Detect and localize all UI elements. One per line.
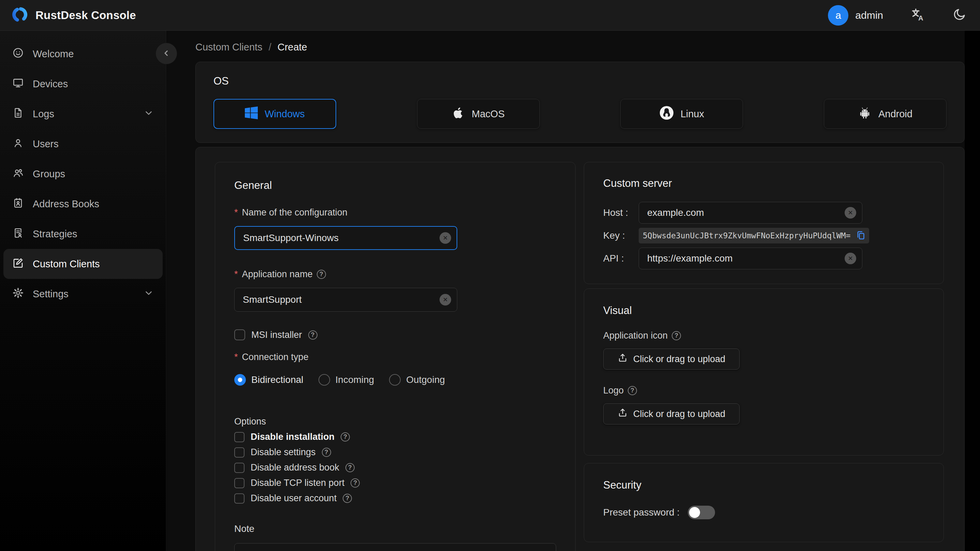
windows-icon [245,107,258,122]
os-tab-android[interactable]: Android [824,99,947,129]
option-disable-tcp-listen-port: Disable TCP listen port ? [234,478,556,488]
disable-installation-checkbox[interactable] [234,432,245,442]
clear-config-name-button[interactable]: ✕ [439,232,451,244]
breadcrumb-current: Create [278,41,307,53]
sidebar-item-address-books[interactable]: Address Books [3,189,163,219]
options-label: Options [234,416,556,427]
key-row: Key : 5Qbwsde3unUcJBtrx9ZkvUmwFNoExHzpry… [603,228,924,244]
radio-incoming[interactable]: Incoming [318,374,374,385]
breadcrumb: Custom Clients / Create [167,31,965,53]
rustdesk-logo-icon [11,6,28,24]
os-tab-windows[interactable]: Windows [213,99,336,129]
preset-password-toggle[interactable] [688,506,715,519]
clear-app-name-button[interactable]: ✕ [439,294,451,306]
upload-icon [617,408,628,420]
username[interactable]: admin [855,10,883,21]
sidebar-item-users[interactable]: Users [3,129,163,159]
sidebar-item-settings[interactable]: Settings [3,279,163,309]
clear-api-button[interactable]: ✕ [845,253,856,264]
sidebar-item-welcome[interactable]: Welcome [3,39,163,69]
users-group-icon [12,167,24,181]
note-textarea[interactable] [234,543,556,551]
option-disable-installation: Disable installation ? [234,432,556,442]
radio-bidirectional[interactable]: Bidirectional [234,374,304,385]
api-input[interactable] [639,248,862,269]
connection-type-radios: Bidirectional Incoming Outgoing [234,374,556,385]
help-icon[interactable]: ? [322,447,331,457]
general-section: General * Name of the configuration ✕ * … [215,162,576,551]
sidebar-collapse-button[interactable] [156,43,177,64]
sidebar-item-logs[interactable]: Logs [3,99,163,129]
help-icon[interactable]: ? [343,494,352,503]
radio-outgoing[interactable]: Outgoing [389,374,445,385]
host-label: Host : [603,207,639,218]
sidebar-item-devices[interactable]: Devices [3,69,163,99]
clear-host-button[interactable]: ✕ [845,207,856,218]
topbar-right: a admin A [828,5,966,25]
help-icon[interactable]: ? [345,463,355,472]
os-card: OS Windows MacOS [196,62,965,143]
upload-label: Click or drag to upload [633,354,725,365]
help-icon[interactable]: ? [628,386,637,395]
form-card: General * Name of the configuration ✕ * … [196,147,965,551]
chevron-left-icon [162,48,171,59]
sidebar-label: Strategies [33,228,77,240]
breadcrumb-parent[interactable]: Custom Clients [196,41,262,53]
sidebar-label: Devices [33,78,68,90]
os-tab-label: MacOS [472,108,505,120]
upload-logo-button[interactable]: Click or drag to upload [603,403,740,425]
help-icon[interactable]: ? [672,331,681,340]
msi-installer-row: MSI installer ? [234,330,556,340]
os-tab-label: Windows [265,108,305,120]
msi-installer-checkbox[interactable] [234,330,245,340]
dark-mode-toggle[interactable] [952,8,966,23]
option-disable-settings: Disable settings ? [234,447,556,457]
help-icon[interactable]: ? [317,270,326,279]
user-avatar[interactable]: a [828,5,848,25]
disable-tcp-listen-port-checkbox[interactable] [234,478,245,488]
visual-title: Visual [603,304,924,317]
copy-key-button[interactable] [856,230,866,241]
disable-settings-checkbox[interactable] [234,447,245,457]
help-icon[interactable]: ? [308,330,317,339]
help-icon[interactable]: ? [340,432,350,441]
linux-penguin-icon [659,106,674,123]
sidebar-item-groups[interactable]: Groups [3,159,163,189]
visual-section: Visual Application icon ? Click or drag … [584,288,944,455]
security-section: Security Preset password : [584,463,944,542]
language-button[interactable]: A [910,7,926,23]
brand: RustDesk Console [11,6,136,24]
smiley-icon [12,47,24,61]
config-name-input[interactable] [234,226,457,250]
os-tab-macos[interactable]: MacOS [417,99,540,129]
sidebar-label: Custom Clients [33,258,100,270]
option-disable-address-book: Disable address book ? [234,462,556,473]
msi-installer-label: MSI installer [251,330,302,340]
upload-app-icon-button[interactable]: Click or drag to upload [603,349,740,369]
toggle-knob [689,507,700,518]
gear-icon [12,287,24,301]
os-tab-label: Android [878,108,913,120]
apple-icon [452,107,465,122]
radio-circle [318,374,330,385]
custom-server-title: Custom server [603,177,924,190]
address-book-icon [12,197,24,211]
android-icon [858,106,872,122]
security-title: Security [603,479,924,491]
radio-circle [389,374,401,385]
help-icon[interactable]: ? [350,478,360,487]
sidebar-item-strategies[interactable]: Strategies [3,219,163,249]
sidebar-label: Address Books [33,198,99,210]
main-content: Custom Clients / Create OS Windows [167,31,965,551]
host-input[interactable] [639,202,862,224]
app-name-input[interactable] [234,288,457,312]
translate-icon: A [910,7,926,23]
os-tab-linux[interactable]: Linux [620,99,743,129]
upload-icon [617,353,628,366]
key-value-box: 5Qbwsde3unUcJBtrx9ZkvUmwFNoExHzpryHuPUdq… [639,228,869,244]
right-column: Custom server Host : ✕ Key : 5Qbwsde3unU… [584,162,944,542]
disable-address-book-checkbox[interactable] [234,463,245,473]
disable-user-account-checkbox[interactable] [234,494,245,503]
app-name-label: * Application name ? [234,269,556,280]
sidebar-item-custom-clients[interactable]: Custom Clients [3,249,163,279]
